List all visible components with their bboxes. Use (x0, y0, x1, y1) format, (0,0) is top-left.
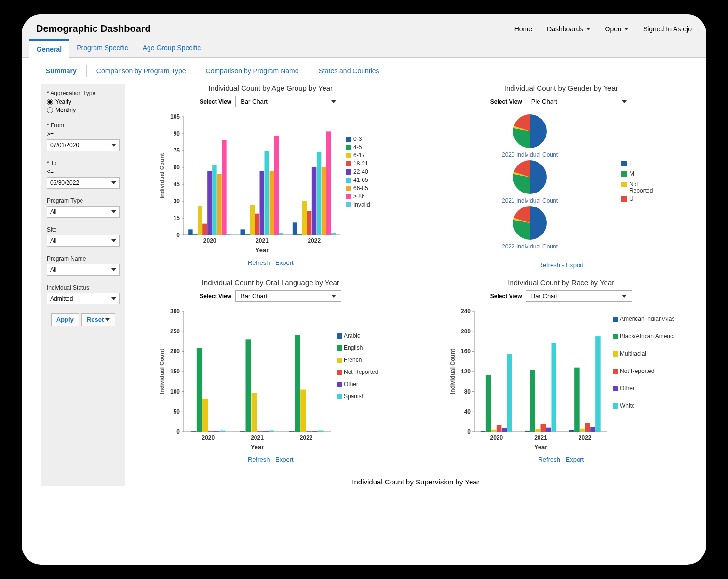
chart-race: Individual Count by Race by Year Select … (426, 278, 697, 463)
chevron-down-icon (331, 100, 336, 103)
svg-text:2022: 2022 (579, 434, 592, 441)
svg-text:U: U (629, 195, 634, 202)
radio-yearly[interactable]: Yearly (47, 98, 120, 105)
chevron-down-icon (111, 297, 116, 300)
program-type-label: Program Type (47, 197, 120, 204)
export-link[interactable]: Export (275, 456, 294, 463)
chart-language: Individual Count by Oral Language by Yea… (135, 278, 406, 463)
view-select-age[interactable]: Bar Chart (235, 96, 341, 107)
export-link[interactable]: Export (566, 456, 584, 463)
chart-gender-title: Individual Count by Gender by Year (426, 84, 697, 92)
view-value: Bar Chart (241, 98, 268, 105)
svg-rect-44 (317, 152, 322, 235)
site-select[interactable]: All (47, 235, 120, 247)
svg-rect-119 (337, 333, 342, 339)
refresh-link[interactable]: Refresh (248, 259, 270, 266)
svg-text:66-85: 66-85 (353, 185, 368, 192)
svg-rect-104 (240, 431, 246, 432)
svg-rect-64 (346, 194, 351, 199)
svg-text:Invalid: Invalid (353, 201, 370, 208)
subtab-comparison-program-type[interactable]: Comparison by Program Type (87, 65, 196, 77)
nav-signed-in[interactable]: Signed In As ejo (643, 25, 692, 33)
apply-button[interactable]: Apply (51, 313, 79, 326)
reset-label: Reset (87, 316, 104, 323)
race-chart-svg: 04080120160200240Individual Count2020202… (448, 306, 674, 451)
svg-rect-108 (263, 431, 269, 432)
svg-rect-151 (497, 425, 502, 432)
view-select-language[interactable]: Bar Chart (235, 290, 341, 302)
svg-text:0: 0 (467, 428, 471, 435)
refresh-link[interactable]: Refresh (248, 456, 270, 463)
view-select-race[interactable]: Bar Chart (526, 290, 632, 302)
svg-rect-99 (202, 399, 208, 432)
tab-program-specific[interactable]: Program Specific (69, 39, 135, 57)
svg-rect-73 (621, 171, 627, 177)
subtab-comparison-program-name[interactable]: Comparison by Program Name (196, 65, 309, 77)
svg-rect-56 (346, 161, 351, 166)
svg-text:200: 200 (170, 348, 180, 355)
svg-text:150: 150 (170, 368, 180, 375)
program-type-select[interactable]: All (47, 206, 120, 218)
svg-rect-97 (191, 431, 197, 432)
svg-rect-174 (613, 351, 618, 357)
svg-rect-29 (241, 229, 245, 235)
refresh-link[interactable]: Refresh (538, 456, 560, 463)
svg-text:80: 80 (464, 388, 471, 395)
svg-rect-163 (574, 368, 580, 432)
export-link[interactable]: Export (275, 259, 294, 266)
svg-rect-112 (295, 335, 300, 432)
nav-dashboards[interactable]: Dashboards (547, 25, 591, 33)
svg-rect-106 (252, 393, 257, 432)
svg-rect-62 (346, 186, 351, 191)
nav-signed-label: Signed In As ejo (643, 25, 692, 33)
svg-rect-37 (279, 233, 284, 235)
svg-rect-176 (613, 369, 618, 374)
svg-rect-20 (193, 234, 198, 235)
svg-rect-35 (270, 171, 274, 235)
svg-rect-111 (289, 431, 295, 432)
svg-text:Reported: Reported (629, 187, 653, 194)
svg-rect-41 (302, 201, 307, 235)
svg-rect-78 (621, 196, 627, 202)
reset-button[interactable]: Reset (81, 313, 115, 326)
svg-rect-52 (346, 145, 351, 150)
svg-rect-43 (312, 167, 317, 235)
svg-text:105: 105 (170, 113, 180, 120)
tab-age-group-specific[interactable]: Age Group Specific (135, 39, 208, 57)
to-date-select[interactable]: 06/30/2022 (47, 177, 120, 189)
svg-rect-40 (297, 234, 302, 235)
radio-monthly[interactable]: Monthly (47, 107, 120, 113)
individual-status-select[interactable]: Admitted (47, 293, 120, 304)
chevron-down-icon (111, 210, 116, 213)
svg-rect-107 (257, 431, 263, 432)
select-view-label: Select View (490, 293, 522, 300)
svg-rect-66 (346, 202, 351, 207)
svg-text:Arabic: Arabic (344, 332, 360, 339)
from-date-select[interactable]: 07/01/2020 (47, 139, 120, 151)
nav-open[interactable]: Open (605, 25, 629, 33)
export-link[interactable]: Export (566, 262, 584, 269)
svg-text:French: French (344, 357, 362, 363)
primary-tabs: General Program Specific Age Group Speci… (22, 39, 706, 58)
svg-text:2021: 2021 (256, 237, 269, 244)
tab-general[interactable]: General (29, 39, 69, 58)
svg-rect-180 (613, 403, 618, 409)
svg-rect-32 (255, 214, 260, 235)
svg-text:4-5: 4-5 (353, 144, 362, 151)
svg-text:160: 160 (461, 348, 471, 355)
chart-race-title: Individual Count by Race by Year (426, 278, 697, 287)
svg-text:60: 60 (174, 164, 180, 171)
svg-rect-166 (590, 427, 595, 432)
subtab-summary[interactable]: Summary (36, 65, 87, 77)
svg-text:2020: 2020 (202, 434, 215, 441)
subtab-states-counties[interactable]: States and Counties (309, 65, 389, 77)
refresh-link[interactable]: Refresh (538, 262, 560, 269)
svg-text:6-17: 6-17 (353, 152, 365, 159)
view-select-gender[interactable]: Pie Chart (526, 96, 632, 107)
from-value: 07/01/2020 (50, 142, 79, 149)
nav-home[interactable]: Home (514, 25, 532, 33)
svg-rect-54 (346, 153, 351, 158)
program-name-value: All (50, 266, 56, 273)
program-name-select[interactable]: All (47, 264, 120, 276)
svg-text:2022: 2022 (308, 237, 321, 244)
